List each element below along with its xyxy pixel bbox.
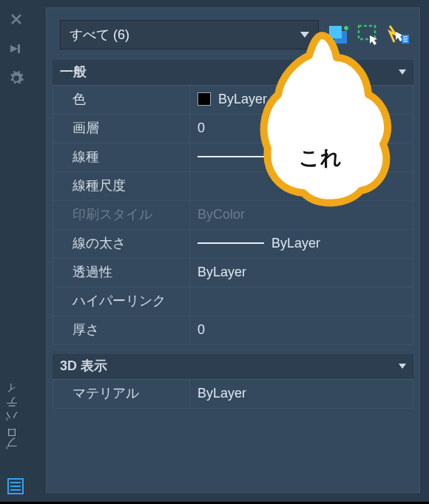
prop-row-hyperlink[interactable]: ハイパーリンク — [53, 287, 413, 316]
prop-row-thickness[interactable]: 厚さ 0 — [53, 316, 413, 344]
svg-rect-0 — [18, 44, 20, 53]
svg-rect-10 — [403, 38, 408, 40]
object-type-dropdown[interactable]: すべて (6) — [60, 20, 319, 50]
prop-row-color[interactable]: 色 ByLayer — [53, 86, 413, 114]
prop-label: ハイパーリンク — [53, 287, 190, 316]
dropdown-label: すべて (6) — [70, 26, 129, 44]
svg-rect-6 — [329, 26, 342, 38]
prop-label: 厚さ — [53, 316, 190, 344]
palette-title: プロパティ — [4, 385, 20, 459]
prop-value: ByColor — [197, 207, 245, 222]
prop-value: ByLayer — [271, 236, 320, 251]
prop-row-ltscale[interactable]: 線種尺度 — [53, 171, 413, 200]
prop-row-material[interactable]: マテリアル ByLayer — [53, 380, 413, 408]
prop-value: ByLayer — [197, 386, 246, 401]
svg-rect-4 — [10, 489, 21, 491]
section-general-header[interactable]: 一般 — [53, 60, 413, 86]
section-title: 3D 表示 — [60, 357, 107, 375]
prop-label: 線種 — [53, 143, 190, 171]
quick-select-icon[interactable] — [387, 24, 409, 46]
select-objects-icon[interactable] — [357, 24, 379, 46]
toggle-pickadd-icon[interactable] — [328, 24, 350, 46]
prop-row-lineweight[interactable]: 線の太さ ByLayer — [53, 229, 413, 258]
svg-rect-11 — [403, 41, 408, 42]
section-3d-body: マテリアル ByLayer — [53, 380, 413, 409]
prop-value: ByLayer — [218, 92, 267, 107]
svg-rect-2 — [10, 482, 21, 483]
svg-rect-9 — [403, 36, 408, 38]
section-general-body: 色 ByLayer 画層 0 線種 ByLayer 線種尺度 印刷スタイル By… — [53, 86, 413, 345]
prop-row-plotstyle[interactable]: 印刷スタイル ByColor — [53, 200, 413, 229]
prop-value: 0 — [197, 120, 205, 136]
prop-label: マテリアル — [53, 380, 190, 408]
color-swatch — [197, 92, 211, 106]
svg-rect-3 — [10, 486, 21, 487]
chevron-down-icon — [399, 69, 406, 75]
prop-row-layer[interactable]: 画層 0 — [53, 114, 413, 143]
prop-label: 印刷スタイル — [53, 201, 190, 229]
gear-icon[interactable] — [6, 68, 27, 89]
prop-row-linetype[interactable]: 線種 ByLayer — [53, 143, 413, 171]
linetype-sample — [197, 156, 264, 157]
panel-toolbar: すべて (6) — [47, 8, 419, 60]
prop-value: 0 — [197, 322, 205, 338]
prop-label: 画層 — [53, 115, 190, 143]
chevron-down-icon — [300, 32, 309, 38]
section-3d-header[interactable]: 3D 表示 — [53, 354, 413, 380]
palette-rail: プロパティ — [0, 0, 33, 502]
chevron-down-icon — [399, 364, 406, 369]
prop-row-transparency[interactable]: 透過性 ByLayer — [53, 258, 413, 287]
properties-panel: すべて (6) — [46, 7, 420, 493]
lineweight-sample — [197, 242, 264, 244]
prop-label: 透過性 — [53, 259, 190, 287]
prop-label: 色 — [53, 86, 190, 114]
prop-value: ByLayer — [197, 265, 246, 280]
pin-icon[interactable] — [6, 38, 27, 59]
close-icon[interactable] — [6, 9, 27, 30]
prop-value: ByLayer — [271, 149, 320, 165]
prop-label: 線の太さ — [53, 230, 190, 258]
palette-menu-icon[interactable] — [7, 478, 24, 494]
prop-label: 線種尺度 — [53, 172, 190, 200]
section-title: 一般 — [60, 63, 87, 81]
